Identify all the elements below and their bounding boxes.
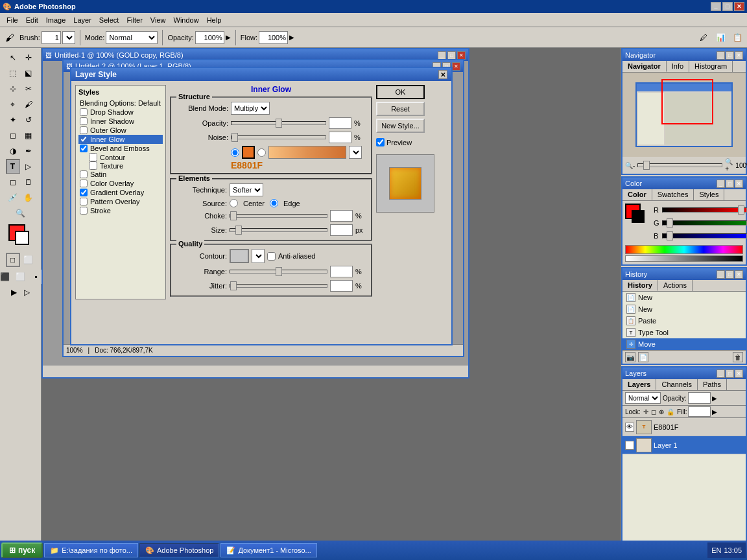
menu-edit[interactable]: Edit bbox=[22, 15, 42, 25]
lang-indicator[interactable]: EN bbox=[711, 546, 721, 554]
range-value-input[interactable]: 50 bbox=[330, 266, 353, 277]
opacity-toolbar-input[interactable] bbox=[195, 31, 224, 44]
gradient-dropdown[interactable]: ▾ bbox=[349, 146, 362, 159]
lock-paint-icon[interactable]: ◻ bbox=[651, 408, 656, 415]
nav-close-btn[interactable]: ✕ bbox=[735, 51, 743, 60]
color-spectrum-bar[interactable] bbox=[625, 245, 743, 254]
zoom-out-icon[interactable]: 🔍- bbox=[625, 162, 635, 169]
opacity-slider[interactable] bbox=[231, 121, 326, 125]
tab-info[interactable]: Info bbox=[667, 61, 689, 72]
tab-paths[interactable]: Paths bbox=[698, 379, 727, 390]
dodge-tool-icon[interactable]: ◑ bbox=[6, 144, 20, 158]
layer-1-eye[interactable]: 👁 bbox=[625, 441, 634, 450]
shape-tool-icon[interactable]: ◻ bbox=[6, 175, 20, 189]
layer-text-eye[interactable]: 👁 bbox=[625, 423, 634, 432]
inner-glow-item[interactable]: Inner Glow bbox=[78, 135, 163, 144]
notes-tool-icon[interactable]: 🗒 bbox=[21, 175, 36, 189]
edge-radio[interactable] bbox=[270, 199, 278, 207]
solid-color-radio[interactable] bbox=[231, 148, 239, 157]
clone-stamp-icon[interactable]: ✦ bbox=[6, 113, 20, 127]
layers-minimize-btn[interactable]: _ bbox=[717, 369, 725, 378]
contour-select[interactable]: ▾ bbox=[252, 249, 265, 263]
inner-glow-checkbox[interactable] bbox=[80, 135, 88, 143]
close-button[interactable]: ✕ bbox=[734, 2, 744, 11]
menu-file[interactable]: File bbox=[3, 15, 22, 25]
move-tool-icon[interactable]: ✛ bbox=[21, 51, 36, 65]
jump-to-ir-icon[interactable]: ▶ bbox=[8, 286, 20, 298]
brush-size-input[interactable] bbox=[42, 31, 61, 44]
outer-glow-checkbox[interactable] bbox=[80, 126, 88, 134]
layer-row-1[interactable]: 👁 Layer 1 bbox=[622, 436, 746, 454]
doc1-minimize-btn[interactable]: _ bbox=[438, 51, 446, 60]
doc2-close-btn[interactable]: ✕ bbox=[452, 62, 460, 71]
standard-mode-icon[interactable]: □ bbox=[6, 253, 20, 267]
center-radio[interactable] bbox=[230, 199, 238, 207]
taskbar-item-2[interactable]: 🎨 Adobe Photoshop bbox=[139, 543, 219, 557]
magic-wand-icon[interactable]: ⬕ bbox=[21, 66, 36, 80]
fill-arrow[interactable]: ▶ bbox=[712, 408, 717, 415]
lasso-tool-icon[interactable]: ⬚ bbox=[6, 66, 20, 80]
tab-history[interactable]: History bbox=[622, 280, 658, 291]
bg-color-box[interactable] bbox=[632, 210, 645, 223]
menu-filter[interactable]: Filter bbox=[123, 15, 146, 25]
fill-input[interactable]: 100% bbox=[688, 406, 711, 417]
crop-tool-icon[interactable]: ⊹ bbox=[6, 82, 20, 96]
nav-zoom-slider[interactable] bbox=[637, 163, 722, 167]
inner-shadow-item[interactable]: Inner Shadow bbox=[78, 117, 163, 126]
selection-tool-icon[interactable]: ↖ bbox=[6, 51, 20, 65]
type-tool-icon[interactable]: T bbox=[6, 159, 20, 174]
background-color-swatch[interactable] bbox=[15, 231, 29, 245]
blend-mode-select[interactable]: Multiply bbox=[231, 102, 270, 115]
preview-checkbox-row[interactable]: Preview bbox=[376, 138, 447, 146]
eraser-icon[interactable]: ◻ bbox=[6, 128, 20, 143]
history-minimize-btn[interactable]: _ bbox=[717, 270, 725, 279]
doc1-close-btn[interactable]: ✕ bbox=[457, 51, 466, 60]
anti-aliased-checkbox[interactable] bbox=[267, 252, 276, 261]
zoom-tool-icon[interactable]: 🔍 bbox=[14, 206, 28, 220]
brush-size-unit-select[interactable]: ▾ bbox=[62, 31, 75, 44]
stroke-checkbox[interactable] bbox=[80, 207, 88, 215]
history-item-paste[interactable]: 📋 Paste bbox=[622, 315, 746, 327]
reset-button[interactable]: Reset bbox=[376, 102, 425, 116]
opacity-layers-input[interactable]: 100% bbox=[688, 392, 711, 404]
taskbar-item-1[interactable]: 📁 E:\задания по фото... bbox=[44, 543, 138, 557]
menu-window[interactable]: Window bbox=[170, 15, 203, 25]
hand-tool-icon[interactable]: ✋ bbox=[21, 191, 36, 205]
flow-arrow-icon[interactable]: ▶ bbox=[289, 34, 294, 41]
jitter-value-input[interactable]: 0 bbox=[330, 280, 353, 292]
color-overlay-item[interactable]: Color Overlay bbox=[78, 179, 163, 188]
r-slider[interactable] bbox=[662, 207, 747, 213]
color-picker-swatch[interactable] bbox=[242, 146, 255, 159]
color-maximize-btn[interactable]: □ bbox=[726, 180, 734, 188]
history-item-new2[interactable]: 📄 New bbox=[622, 303, 746, 315]
contour-item[interactable]: Contour bbox=[78, 153, 163, 161]
size-slider[interactable] bbox=[230, 228, 327, 232]
history-item-move[interactable]: ✛ Move bbox=[622, 338, 746, 350]
gradient-overlay-checkbox[interactable] bbox=[80, 189, 88, 196]
contour-preview[interactable] bbox=[230, 249, 249, 263]
new-style-button[interactable]: New Style... bbox=[376, 119, 425, 133]
opacity-layers-arrow[interactable]: ▶ bbox=[712, 395, 717, 402]
menu-view[interactable]: View bbox=[147, 15, 170, 25]
eyedropper-icon[interactable]: 💉 bbox=[6, 191, 20, 205]
satin-checkbox[interactable] bbox=[80, 170, 88, 178]
gradient-swatch[interactable] bbox=[268, 146, 346, 159]
brush-tool-icon[interactable]: 🖌 bbox=[3, 30, 17, 45]
texture-checkbox[interactable] bbox=[89, 161, 97, 170]
history-snapshot-btn[interactable]: 📷 bbox=[625, 352, 635, 362]
size-value-input[interactable]: 15 bbox=[330, 224, 353, 236]
tab-actions[interactable]: Actions bbox=[658, 280, 693, 291]
drop-shadow-checkbox[interactable] bbox=[80, 108, 88, 116]
history-create-btn[interactable]: 📄 bbox=[638, 352, 648, 362]
menu-help[interactable]: Help bbox=[203, 15, 226, 25]
color-overlay-checkbox[interactable] bbox=[80, 180, 88, 187]
layer-row-text[interactable]: 👁 T E8801F bbox=[622, 418, 746, 436]
palette-icon[interactable]: 📊 bbox=[713, 30, 728, 45]
history-close-btn[interactable]: ✕ bbox=[735, 270, 743, 279]
pen-tool-icon[interactable]: ✒ bbox=[21, 144, 36, 158]
blend-mode-layers-select[interactable]: Normal bbox=[625, 392, 661, 404]
screen-mode-icon[interactable]: ⬛ bbox=[0, 270, 12, 284]
brush-icon[interactable]: 🖌 bbox=[21, 97, 36, 111]
menu-image[interactable]: Image bbox=[42, 15, 70, 25]
fullscreen-icon[interactable]: ⬜ bbox=[14, 270, 28, 284]
